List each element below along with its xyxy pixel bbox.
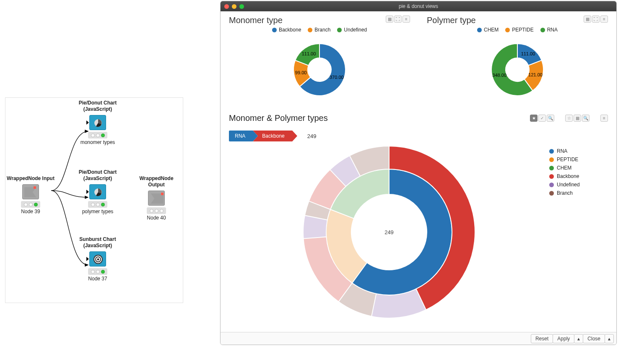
- donut-chart[interactable]: 370.0099.00111.00: [282, 36, 357, 103]
- chart-toolbar: ▦ ⛶ ≡: [584, 16, 608, 23]
- legend-label: Backbone: [279, 27, 301, 33]
- chart-legend: Backbone Branch Undefined: [229, 27, 410, 33]
- sunburst-breadcrumb: RNA Backbone 249: [229, 131, 608, 141]
- legend-swatch-icon: [549, 149, 554, 154]
- legend-swatch-icon: [549, 157, 554, 162]
- chart-title: Monomer type: [229, 16, 283, 25]
- window-footer: Reset Apply ▴ Close ▴: [221, 332, 616, 345]
- chart-tool-menu-icon[interactable]: ≡: [402, 16, 410, 23]
- workflow-canvas[interactable]: Pie/Donut Chart (JavaScript) monomer typ…: [5, 97, 183, 303]
- legend-label: CHEM: [557, 165, 571, 171]
- node-caption: Node 40: [131, 215, 182, 221]
- chart-monomer-type: Monomer type ▦ ⛶ ≡ Backbone Branch Undef…: [229, 16, 410, 103]
- node-caption: monomer types: [73, 139, 123, 145]
- window-title: pie & donut views: [221, 3, 616, 9]
- window-titlebar[interactable]: pie & donut views: [221, 1, 616, 11]
- breadcrumb-value: 249: [307, 133, 317, 139]
- sunburst-tool-search-icon[interactable]: 🔍: [547, 115, 554, 122]
- chart-tool-expand-icon[interactable]: ⛶: [592, 16, 600, 23]
- node-icon: [89, 184, 106, 199]
- legend-label: Undefined: [557, 182, 580, 188]
- legend-swatch-icon: [549, 166, 554, 170]
- legend-swatch-icon: [272, 28, 277, 32]
- window-close-icon[interactable]: [224, 4, 229, 9]
- chart-polymer-type: Polymer type ▦ ⛶ ≡ CHEM PEPTIDE RNA 111.…: [427, 16, 608, 103]
- legend-label: Backbone: [557, 173, 579, 179]
- node-caption: polymer types: [73, 209, 123, 214]
- legend-swatch-icon: [549, 174, 554, 179]
- svg-text:111.00: 111.00: [521, 51, 535, 56]
- node-status: [88, 132, 107, 138]
- svg-point-7: [97, 259, 99, 261]
- node-status: [88, 201, 107, 208]
- sunburst-center-value: 249: [384, 229, 394, 235]
- sunburst-tool-search2-icon[interactable]: 🔍: [582, 115, 589, 122]
- chart-title: Polymer type: [427, 16, 476, 25]
- node-status: [88, 268, 107, 275]
- svg-rect-1: [34, 186, 36, 189]
- node-caption: Node 37: [73, 276, 123, 282]
- node-icon: [89, 115, 106, 130]
- node-title: Sunburst Chart (JavaScript): [73, 236, 123, 249]
- node-status: [147, 207, 166, 214]
- node-icon: [148, 191, 165, 206]
- legend-swatch-icon: [505, 28, 510, 32]
- apply-menu-button[interactable]: ▴: [574, 334, 583, 343]
- node-status: [21, 201, 40, 208]
- sunburst-tool-grid-icon[interactable]: ▦: [574, 115, 581, 122]
- legend-label: Branch: [314, 27, 330, 33]
- close-button[interactable]: Close: [583, 334, 605, 343]
- node-pie-donut-chart-1[interactable]: Pie/Donut Chart (JavaScript) monomer typ…: [73, 100, 123, 145]
- svg-rect-3: [161, 193, 164, 195]
- node-icon: [89, 251, 106, 267]
- legend-swatch-icon: [477, 28, 482, 32]
- legend-label: CHEM: [484, 27, 499, 33]
- sunburst-tool-menu-icon[interactable]: ≡: [600, 115, 608, 122]
- legend-swatch-icon: [308, 28, 312, 32]
- legend-swatch-icon: [540, 28, 545, 32]
- donut-chart[interactable]: 111.00121.00348.00: [480, 36, 555, 103]
- chart-tool-menu-icon[interactable]: ≡: [600, 16, 608, 23]
- chart-title: Monomer & Polymer types: [229, 113, 328, 123]
- chart-tool-settings-icon[interactable]: ▦: [584, 16, 591, 23]
- window-minimize-icon[interactable]: [232, 4, 236, 9]
- legend-swatch-icon: [337, 28, 342, 32]
- chart-sunburst: Monomer & Polymer types ★ ✓ 🔍 ☆ ▦ 🔍 ≡: [229, 113, 608, 320]
- apply-button[interactable]: Apply: [553, 334, 574, 343]
- reset-button[interactable]: Reset: [531, 334, 553, 343]
- legend-label: Branch: [557, 190, 573, 196]
- svg-text:99.00: 99.00: [295, 70, 307, 75]
- close-menu-button[interactable]: ▴: [605, 334, 614, 343]
- view-window: pie & donut views Monomer type ▦ ⛶ ≡ Bac…: [220, 1, 617, 345]
- node-title: Pie/Donut Chart (JavaScript): [73, 169, 123, 182]
- node-title: WrappedNode Input: [5, 175, 56, 182]
- chart-tool-settings-icon[interactable]: ▦: [386, 16, 393, 23]
- sunburst-tool-star2-icon[interactable]: ☆: [565, 115, 573, 122]
- legend-label: RNA: [557, 148, 567, 154]
- svg-text:121.00: 121.00: [528, 72, 543, 77]
- svg-text:111.00: 111.00: [302, 51, 316, 56]
- node-icon: [22, 184, 39, 199]
- node-pie-donut-chart-2[interactable]: Pie/Donut Chart (JavaScript) polymer typ…: [73, 169, 123, 214]
- sunburst-tool-star-icon[interactable]: ★: [530, 115, 538, 122]
- breadcrumb-level2[interactable]: Backbone: [253, 131, 292, 141]
- node-wrappednode-output[interactable]: WrappedNode Output Node 40: [131, 175, 182, 221]
- legend-label: Undefined: [344, 27, 367, 33]
- legend-label: PEPTIDE: [512, 27, 533, 33]
- svg-text:348.00: 348.00: [492, 73, 506, 78]
- node-sunburst-chart[interactable]: Sunburst Chart (JavaScript) Node 37: [73, 236, 123, 282]
- node-wrappednode-input[interactable]: WrappedNode Input Node 39: [5, 175, 56, 214]
- sunburst-tool-check-icon[interactable]: ✓: [538, 115, 546, 122]
- chart-toolbar: ▦ ⛶ ≡: [386, 16, 410, 23]
- sunburst-legend: RNA PEPTIDE CHEM Backbone Undefined Bran…: [549, 144, 608, 320]
- node-title: Pie/Donut Chart (JavaScript): [73, 100, 123, 112]
- window-maximize-icon[interactable]: [239, 4, 244, 9]
- legend-label: RNA: [547, 27, 558, 33]
- legend-label: PEPTIDE: [557, 157, 578, 162]
- legend-swatch-icon: [549, 191, 554, 196]
- chart-tool-expand-icon[interactable]: ⛶: [394, 16, 402, 23]
- breadcrumb-level1[interactable]: RNA: [229, 131, 253, 141]
- svg-text:370.00: 370.00: [330, 75, 344, 80]
- legend-swatch-icon: [549, 183, 554, 187]
- node-title: WrappedNode Output: [131, 175, 182, 188]
